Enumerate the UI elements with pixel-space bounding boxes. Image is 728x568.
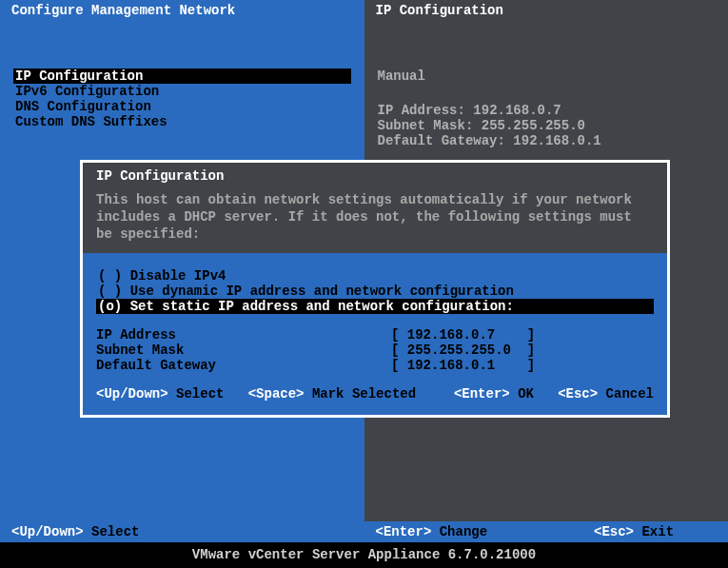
bottom-updown-act: Select [91, 524, 139, 539]
menu-item-dns-config[interactable]: DNS Configuration [13, 99, 351, 114]
hint-space-act: Mark Selected [312, 386, 416, 402]
hint-updown-key: <Up/Down> [96, 386, 168, 402]
bottom-esc-key: <Esc> [594, 524, 634, 539]
bottom-updown-key: <Up/Down> [11, 524, 84, 539]
main-area: IP Configuration IPv6 Configuration DNS … [0, 21, 728, 521]
hint-enter-key: <Enter> [454, 386, 510, 402]
product-footer: VMware vCenter Server Appliance 6.7.0.21… [0, 542, 728, 568]
dialog-hints: <Up/Down> Select <Space> Mark Selected <… [96, 386, 654, 402]
hint-enter-act: OK [518, 386, 534, 402]
bottom-enter-key: <Enter> [376, 524, 432, 539]
bottom-enter-act: Change [440, 524, 487, 539]
info-mode: Manual [378, 69, 716, 84]
field-default-gateway[interactable]: Default Gateway [ 192.168.0.1 ] [96, 358, 654, 373]
hint-esc-act: Cancel [606, 386, 654, 402]
info-ip: IP Address: 192.168.0.7 [378, 103, 716, 118]
menu-item-ip-config[interactable]: IP Configuration [13, 69, 351, 84]
dialog-body: ( ) Disable IPv4 ( ) Use dynamic IP addr… [83, 253, 667, 415]
menu-item-ipv6-config[interactable]: IPv6 Configuration [13, 84, 351, 99]
radio-dynamic-ip[interactable]: ( ) Use dynamic IP address and network c… [96, 284, 654, 299]
dialog-description: This host can obtain network settings au… [83, 189, 667, 253]
radio-disable-ipv4[interactable]: ( ) Disable IPv4 [96, 268, 654, 284]
info-gateway: Default Gateway: 192.168.0.1 [378, 133, 716, 148]
field-subnet-mask[interactable]: Subnet Mask [ 255.255.255.0 ] [96, 343, 654, 358]
top-bar: Configure Management Network IP Configur… [0, 0, 728, 21]
bottom-hint-bar: <Up/Down> Select <Enter> Change <Esc> Ex… [0, 521, 728, 542]
screen-title-left: Configure Management Network [0, 0, 364, 21]
info-mask: Subnet Mask: 255.255.255.0 [378, 118, 716, 133]
field-ip-address[interactable]: IP Address [ 192.168.0.7 ] [96, 327, 654, 343]
radio-static-ip[interactable]: (o) Set static IP address and network co… [96, 299, 654, 314]
hint-space-key: <Space> [248, 386, 305, 402]
dialog-title: IP Configuration [83, 163, 667, 189]
hint-esc-key: <Esc> [558, 386, 598, 402]
bottom-esc-act: Exit [641, 524, 674, 539]
hint-updown-act: Select [176, 386, 224, 402]
screen-title-right: IP Configuration [364, 0, 729, 21]
menu-item-dns-suffixes[interactable]: Custom DNS Suffixes [13, 114, 351, 129]
ip-config-dialog: IP Configuration This host can obtain ne… [80, 160, 670, 418]
